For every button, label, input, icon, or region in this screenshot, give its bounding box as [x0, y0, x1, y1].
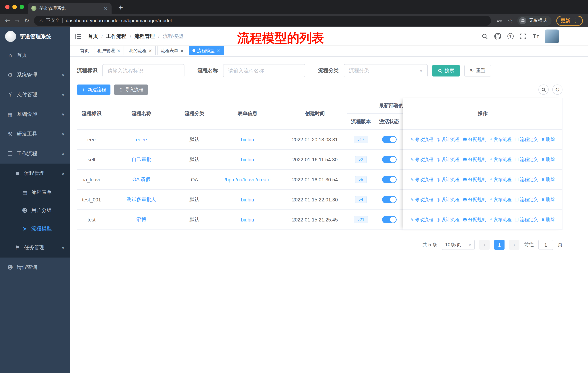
goto-page-input[interactable] — [538, 240, 553, 250]
action-design-link[interactable]: 设计流程 — [437, 156, 460, 163]
active-toggle[interactable] — [382, 136, 396, 143]
process-name-input[interactable] — [223, 64, 305, 77]
tag-close-icon[interactable] — [148, 48, 152, 53]
app-logo[interactable]: 芋道管理系统 — [0, 27, 70, 46]
key-icon[interactable] — [496, 17, 503, 24]
action-design-link[interactable]: 设计流程 — [437, 176, 460, 183]
back-icon[interactable]: ← — [5, 18, 10, 23]
tag-home[interactable]: 首页 — [77, 46, 92, 55]
help-icon[interactable] — [507, 33, 514, 40]
process-key-input[interactable] — [102, 64, 184, 77]
reload-icon[interactable]: ↻ — [24, 18, 29, 23]
bookmark-star-icon[interactable]: ☆ — [508, 17, 513, 24]
fullscreen-icon[interactable] — [519, 33, 527, 40]
sidebar-item-devtools[interactable]: 研发工具 — [0, 124, 70, 144]
form-info-link[interactable]: biubiu — [241, 157, 254, 162]
window-zoom-button[interactable] — [20, 5, 24, 9]
form-info-link[interactable]: /bpm/oa/leave/create — [225, 177, 271, 182]
sidebar-item-process-management[interactable]: 流程管理 — [0, 163, 70, 183]
tab-close-icon[interactable]: × — [104, 6, 108, 11]
action-assign-rule-link[interactable]: 分配规则 — [463, 176, 486, 183]
tag-close-icon[interactable] — [117, 48, 121, 53]
action-update-link[interactable]: 修改流程 — [410, 197, 433, 203]
tag-process-form[interactable]: 流程表单 — [158, 46, 187, 55]
tag-tenant-management[interactable]: 租户管理 — [94, 46, 124, 55]
next-page-button[interactable] — [509, 240, 519, 250]
action-definition-link[interactable]: 流程定义 — [515, 217, 538, 223]
tag-process-model[interactable]: 流程模型 — [189, 46, 224, 55]
sidebar-item-home[interactable]: 首页 — [0, 46, 70, 65]
tag-close-icon[interactable] — [216, 48, 220, 53]
window-close-button[interactable] — [5, 5, 10, 9]
action-deploy-link[interactable]: 发布流程 — [490, 136, 512, 143]
action-delete-link[interactable]: 删除 — [541, 176, 555, 183]
create-process-button[interactable]: + 新建流程 — [77, 84, 111, 95]
window-minimize-button[interactable] — [12, 5, 17, 9]
action-deploy-link[interactable]: 发布流程 — [490, 156, 512, 163]
action-deploy-link[interactable]: 发布流程 — [490, 217, 512, 223]
font-size-icon[interactable] — [532, 33, 539, 40]
action-definition-link[interactable]: 流程定义 — [515, 197, 538, 203]
action-delete-link[interactable]: 删除 — [541, 136, 555, 143]
prev-page-button[interactable] — [479, 240, 490, 250]
import-process-button[interactable]: ↥ 导入流程 — [114, 84, 148, 95]
sidebar-item-payment[interactable]: 支付管理 — [0, 85, 70, 105]
action-update-link[interactable]: 修改流程 — [410, 176, 433, 183]
sidebar-item-infrastructure[interactable]: 基础设施 — [0, 105, 70, 124]
action-delete-link[interactable]: 删除 — [541, 217, 555, 223]
action-assign-rule-link[interactable]: 分配规则 — [463, 136, 486, 143]
sidebar-item-leave-query[interactable]: 请假查询 — [0, 258, 70, 277]
browser-update-button[interactable]: 更新 ⋮ — [556, 15, 583, 26]
action-design-link[interactable]: 设计流程 — [437, 217, 460, 223]
sidebar-item-process-form[interactable]: 流程表单 — [0, 183, 70, 202]
breadcrumb-process-management[interactable]: 流程管理 — [135, 33, 155, 40]
page-size-select[interactable]: 10条/页 — [442, 240, 475, 250]
refresh-table-button[interactable]: ↻ — [552, 84, 562, 95]
action-assign-rule-link[interactable]: 分配规则 — [463, 156, 486, 163]
action-definition-link[interactable]: 流程定义 — [515, 136, 538, 143]
process-category-select[interactable]: 流程分类 — [344, 64, 428, 77]
forward-icon[interactable]: → — [15, 18, 20, 23]
active-toggle[interactable] — [382, 196, 396, 203]
action-delete-link[interactable]: 删除 — [541, 197, 555, 203]
breadcrumb-workflow[interactable]: 工作流程 — [106, 33, 126, 40]
process-name-link[interactable]: 测试多审批人 — [127, 196, 156, 203]
browser-menu-icon[interactable]: ⋮ — [573, 17, 578, 24]
action-update-link[interactable]: 修改流程 — [410, 156, 433, 163]
process-name-link[interactable]: 自己审批 — [132, 156, 151, 163]
search-button[interactable]: 搜索 — [432, 65, 460, 77]
action-delete-link[interactable]: 删除 — [541, 156, 555, 163]
action-update-link[interactable]: 修改流程 — [410, 217, 433, 223]
tag-my-process[interactable]: 我的流程 — [126, 46, 156, 55]
user-avatar[interactable] — [545, 29, 559, 43]
action-design-link[interactable]: 设计流程 — [437, 197, 460, 203]
action-definition-link[interactable]: 流程定义 — [515, 176, 538, 183]
new-tab-button[interactable]: + — [117, 3, 125, 11]
action-deploy-link[interactable]: 发布流程 — [490, 176, 512, 183]
active-toggle[interactable] — [382, 156, 396, 163]
process-name-link[interactable]: eeee — [136, 137, 147, 142]
sidebar-item-system[interactable]: 系统管理 — [0, 65, 70, 85]
process-name-link[interactable]: OA 请假 — [132, 176, 150, 183]
sidebar-item-process-model[interactable]: 流程模型 — [0, 220, 70, 238]
github-icon[interactable] — [494, 33, 501, 40]
toggle-search-button[interactable] — [538, 84, 549, 95]
action-update-link[interactable]: 修改流程 — [410, 136, 433, 143]
address-bar[interactable]: ⚠ 不安全 dashboard.yudao.iocoder.cn/bpm/man… — [34, 15, 491, 26]
action-deploy-link[interactable]: 发布流程 — [490, 197, 512, 203]
sidebar-collapse-icon[interactable] — [75, 33, 82, 40]
active-toggle[interactable] — [382, 216, 396, 223]
current-page-button[interactable]: 1 — [494, 240, 504, 250]
sidebar-item-workflow[interactable]: 工作流程 — [0, 144, 70, 163]
form-info-link[interactable]: biubiu — [241, 137, 254, 142]
tag-close-icon[interactable] — [180, 48, 184, 53]
form-info-link[interactable]: biubiu — [241, 197, 254, 202]
active-toggle[interactable] — [382, 176, 396, 183]
form-info-link[interactable]: biubiu — [241, 217, 254, 222]
breadcrumb-home[interactable]: 首页 — [88, 33, 98, 40]
search-icon[interactable] — [481, 33, 488, 40]
action-assign-rule-link[interactable]: 分配规则 — [463, 197, 486, 203]
action-design-link[interactable]: 设计流程 — [437, 136, 460, 143]
browser-tab[interactable]: 芋道管理系统 × — [28, 3, 112, 14]
reset-button[interactable]: ↻ 重置 — [464, 65, 491, 77]
